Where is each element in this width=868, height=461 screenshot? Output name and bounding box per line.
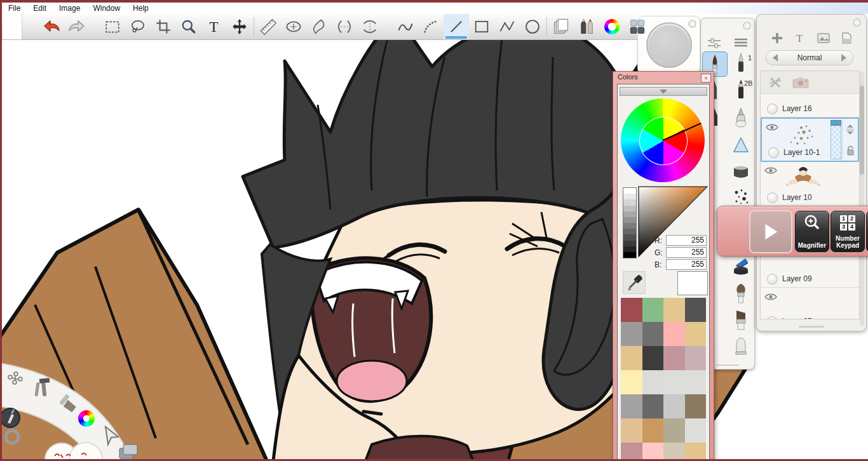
- ring-icon[interactable]: [6, 431, 18, 443]
- close-icon[interactable]: x: [701, 74, 711, 83]
- value-step[interactable]: [623, 246, 636, 252]
- ruler-tool[interactable]: [255, 14, 281, 39]
- brush-slot-chisel-marker[interactable]: [729, 255, 753, 279]
- magnifier-button[interactable]: Magnifier: [795, 211, 829, 252]
- ellipse-tool[interactable]: [520, 14, 545, 39]
- color-swatch[interactable]: [642, 418, 664, 443]
- blend-prev-arrow[interactable]: [773, 54, 778, 62]
- add-layer-button[interactable]: [771, 32, 783, 44]
- crop-tool[interactable]: [151, 14, 176, 39]
- layers-handle[interactable]: [853, 18, 861, 27]
- color-wheel-hub[interactable]: [630, 108, 696, 174]
- polyline-tool[interactable]: [494, 14, 520, 39]
- color-wheel-button[interactable]: [599, 14, 625, 39]
- menu-help[interactable]: Help: [126, 3, 155, 13]
- color-swatch[interactable]: [621, 322, 642, 346]
- blend-mode-selector[interactable]: Normal: [766, 50, 853, 65]
- palette-resize-grip[interactable]: [716, 364, 739, 366]
- line-tool[interactable]: [444, 14, 469, 39]
- brush-slot-blender[interactable]: [729, 335, 753, 359]
- brush-puck-icon[interactable]: [1, 408, 20, 427]
- symmetry-x-tool[interactable]: [332, 14, 357, 39]
- value-step[interactable]: [623, 194, 636, 199]
- puck-handle[interactable]: [688, 20, 696, 28]
- eyedropper-button[interactable]: [623, 271, 646, 294]
- color-swatch[interactable]: [663, 443, 685, 461]
- color-swatch[interactable]: [642, 346, 664, 370]
- layer-opacity-slider[interactable]: [831, 120, 841, 159]
- brush-library-button[interactable]: [574, 14, 599, 39]
- brush-slot-round-brush[interactable]: [729, 281, 753, 305]
- puck-circle[interactable]: [646, 22, 692, 68]
- color-swatch[interactable]: [642, 322, 664, 346]
- layer-10-1-radio[interactable]: [768, 147, 779, 158]
- color-swatch[interactable]: [685, 370, 707, 394]
- layer-row-16[interactable]: Layer 16: [761, 94, 859, 117]
- color-swatch[interactable]: [642, 298, 664, 322]
- symmetry-y-tool[interactable]: [357, 14, 383, 39]
- expand-button[interactable]: [749, 210, 792, 253]
- visibility-eye-icon[interactable]: [764, 166, 777, 175]
- rectangle-tool[interactable]: [469, 14, 494, 39]
- color-swatch[interactable]: [621, 370, 642, 394]
- layer-row-10-1[interactable]: Layer 10-1: [761, 117, 859, 162]
- color-swatch[interactable]: [642, 394, 664, 418]
- layers-scrollbar[interactable]: [860, 72, 864, 326]
- color-swatch[interactable]: [685, 394, 707, 418]
- color-swatch[interactable]: [663, 370, 685, 394]
- color-swatch[interactable]: [685, 418, 707, 443]
- color-swatch[interactable]: [663, 418, 685, 443]
- color-swatch[interactable]: [685, 298, 707, 322]
- layer-row-10[interactable]: Layer 10: [761, 162, 859, 206]
- zoom-tool[interactable]: [176, 14, 201, 39]
- lasso-tool[interactable]: [125, 14, 151, 39]
- undo-button[interactable]: [39, 14, 64, 39]
- color-swatch[interactable]: [621, 346, 642, 370]
- layers-scrollbar-thumb[interactable]: [860, 86, 864, 175]
- color-wheel-lagoon-icon[interactable]: [78, 410, 95, 427]
- color-swatch[interactable]: [685, 346, 707, 370]
- layer-10-radio[interactable]: [767, 192, 778, 203]
- green-value-field[interactable]: 255: [666, 247, 707, 258]
- text-layer-button[interactable]: T: [794, 32, 806, 44]
- color-swatch[interactable]: [621, 394, 642, 418]
- layer-row-07[interactable]: Layer 07: [761, 288, 859, 319]
- menu-file[interactable]: File: [2, 3, 27, 13]
- layer-16-radio[interactable]: [767, 104, 778, 114]
- color-swatch[interactable]: [685, 322, 707, 346]
- color-swatch[interactable]: [663, 322, 685, 346]
- french-curve-tool[interactable]: [306, 14, 332, 39]
- duplicate-layer-button[interactable]: [841, 32, 852, 44]
- ellipse-guide-tool[interactable]: [281, 14, 306, 39]
- current-color-swatch[interactable]: [677, 271, 708, 295]
- color-swatch[interactable]: [663, 346, 685, 370]
- menu-edit[interactable]: Edit: [27, 3, 53, 13]
- dotted-curve-tool[interactable]: [418, 14, 444, 39]
- color-swatch[interactable]: [642, 443, 664, 461]
- layer-07-radio[interactable]: [767, 316, 778, 319]
- red-value-field[interactable]: 255: [666, 235, 707, 246]
- visibility-eye-icon[interactable]: [766, 123, 778, 131]
- visibility-eye-icon[interactable]: [764, 293, 777, 301]
- color-wheel[interactable]: [621, 98, 705, 182]
- menu-image[interactable]: Image: [53, 3, 86, 13]
- camera-icon[interactable]: [792, 77, 809, 88]
- text-tool[interactable]: T: [201, 14, 227, 39]
- value-step[interactable]: [623, 252, 636, 258]
- palette-handle[interactable]: [743, 22, 751, 30]
- number-keypad-button[interactable]: 1 2 3 4 Number Keypad: [831, 211, 865, 252]
- color-swatch[interactable]: [663, 394, 685, 418]
- value-step[interactable]: [623, 223, 636, 229]
- value-step[interactable]: [623, 206, 636, 211]
- brush-slot-airbrush[interactable]: [729, 106, 753, 130]
- layer-09-radio[interactable]: [767, 274, 778, 284]
- lock-icon[interactable]: [846, 145, 855, 156]
- value-step[interactable]: [623, 234, 636, 240]
- colors-collapse-bar[interactable]: [620, 87, 707, 96]
- move-tool[interactable]: [227, 14, 252, 39]
- menu-window[interactable]: Window: [86, 3, 126, 13]
- color-swatch[interactable]: [621, 418, 642, 443]
- curve-stroke-tool[interactable]: [393, 14, 418, 39]
- value-step[interactable]: [623, 241, 636, 246]
- blue-value-field[interactable]: 255: [666, 259, 707, 270]
